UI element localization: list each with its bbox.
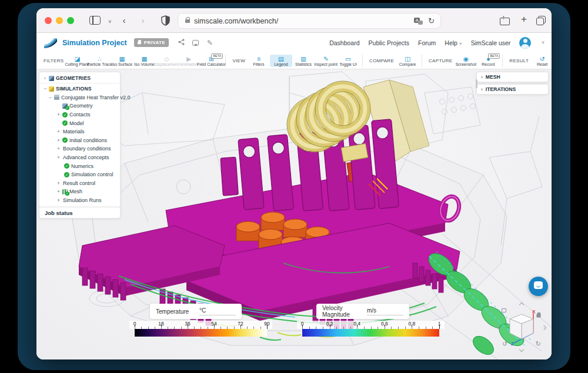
check-icon: [65, 191, 69, 196]
shield-icon[interactable]: [161, 15, 170, 26]
expand-icon[interactable]: +: [56, 129, 61, 135]
minimize-window-button[interactable]: [56, 17, 63, 24]
expand-icon[interactable]: +: [56, 146, 61, 152]
panel-drag-handle[interactable]: [476, 79, 477, 88]
rotate-left-icon[interactable]: [497, 325, 502, 330]
iso-volume-icon: ▩: [141, 55, 147, 62]
nav-dashboard[interactable]: Dashboard: [329, 39, 359, 46]
rotate-down-icon[interactable]: [519, 347, 524, 352]
browser-chrome: ˅ ‹ › simscale.com/workbench/ ↻ +: [36, 8, 552, 33]
translate-icon[interactable]: [414, 18, 423, 25]
close-window-button[interactable]: [45, 17, 52, 24]
project-title[interactable]: Simulation Project: [62, 39, 127, 47]
chevron-right-icon[interactable]: ›: [42, 75, 48, 81]
forward-icon[interactable]: ›: [136, 15, 149, 26]
collapse-icon[interactable]: −: [48, 95, 53, 100]
new-tab-icon[interactable]: +: [517, 14, 530, 25]
tree-item-simulations[interactable]: ›SIMULATIONS: [39, 85, 120, 93]
inspect-point-button[interactable]: ✎Inspect point: [315, 55, 337, 67]
x-axis-label: X: [532, 310, 536, 314]
screenshot-button[interactable]: ◉Screenshot: [455, 55, 477, 67]
velocity-unit-field[interactable]: m/s: [367, 307, 403, 315]
expand-icon[interactable]: +: [56, 154, 61, 160]
record-button[interactable]: BETA●Record: [477, 55, 499, 67]
check-icon: [62, 112, 68, 117]
share-page-icon[interactable]: [500, 15, 509, 25]
tree-item-numerics[interactable]: Numerics: [39, 162, 120, 170]
chevron-down-icon[interactable]: ›: [42, 86, 48, 92]
divider: [362, 55, 363, 67]
share-project-icon[interactable]: [177, 39, 185, 47]
group-label-filters: FILTERS: [44, 58, 64, 63]
nav-user[interactable]: SimScale user: [471, 39, 511, 46]
expand-icon[interactable]: +: [56, 112, 61, 117]
tree-item-initial-conditions[interactable]: +Initial conditions: [39, 136, 120, 145]
url-bar[interactable]: simscale.com/workbench/ ↻: [178, 13, 441, 29]
tree-item-simulation-control[interactable]: Simulation control: [39, 170, 120, 179]
reload-icon[interactable]: ↻: [428, 16, 435, 25]
compare-button[interactable]: ◫Compare: [396, 55, 419, 67]
tree-item-model[interactable]: Model: [39, 119, 120, 127]
mesh-panel-header[interactable]: ›MESH: [476, 72, 549, 82]
tree-item-geometries[interactable]: ›GEOMETRIES: [39, 74, 120, 83]
iso-surface-icon: ▦: [119, 55, 125, 62]
tree-item-materials[interactable]: +Materials: [39, 127, 120, 136]
expand-icon[interactable]: +: [56, 189, 61, 194]
tree-item-boundary-conditions[interactable]: +Boundary conditions: [39, 145, 120, 153]
rotate-up-icon[interactable]: [519, 303, 524, 307]
rotate-right-icon[interactable]: [542, 325, 546, 330]
edit-icon[interactable]: ✎: [206, 39, 214, 47]
iso-volume-button[interactable]: ▩Iso Volume: [133, 55, 155, 67]
tree-item-simulation-runs[interactable]: +Simulation Runs: [39, 196, 120, 205]
job-status-panel[interactable]: Job status: [39, 207, 121, 219]
reset-icon: ↺: [540, 55, 545, 62]
filters-button[interactable]: ≡Filters: [248, 55, 270, 67]
chevron-down-icon[interactable]: ˅: [542, 40, 544, 45]
chat-button[interactable]: [529, 277, 548, 296]
legend-button[interactable]: ▤Legend: [270, 55, 292, 67]
nav-help[interactable]: Help˅: [445, 39, 462, 46]
screenshot-icon: ◉: [463, 55, 469, 62]
reset-button[interactable]: ↺Reset: [531, 55, 552, 67]
navigation-cube[interactable]: ↺ ↻ X Y Z: [496, 303, 547, 352]
comments-icon[interactable]: [192, 40, 199, 46]
tree-item-advanced-concepts[interactable]: +Advanced concepts: [39, 153, 120, 162]
expand-icon[interactable]: +: [56, 197, 61, 203]
expand-icon[interactable]: +: [56, 180, 61, 186]
legend-icon: ▤: [278, 55, 284, 62]
sidebar-toggle-icon[interactable]: [89, 16, 101, 25]
expand-icon[interactable]: +: [56, 137, 61, 143]
nav-public-projects[interactable]: Public Projects: [369, 39, 409, 46]
iso-surface-button[interactable]: ▦Iso Surface: [111, 55, 133, 67]
tree-item-conjugate-heat-transfer[interactable]: −Conjugate Heat Transfer v2.0: [39, 93, 120, 102]
tree-item-contacts[interactable]: +Contacts: [39, 110, 120, 119]
nav-forum[interactable]: Forum: [418, 39, 436, 46]
divider: [502, 55, 503, 67]
tree-item-result-control[interactable]: +Result control: [39, 179, 120, 188]
chevron-down-icon[interactable]: ˅: [103, 16, 116, 28]
chevron-down-icon: ˅: [459, 41, 462, 46]
group-label-compare: COMPARE: [369, 58, 394, 63]
cutting-plane-button[interactable]: ◪Cutting Plane: [66, 55, 88, 67]
tree-item-geometry[interactable]: Geometry: [39, 102, 120, 110]
temperature-unit-field[interactable]: °C: [199, 307, 236, 315]
back-icon[interactable]: ‹: [118, 15, 131, 26]
field-calculator-button[interactable]: BETA⊞Field Calculator: [200, 55, 222, 67]
group-label-view: VIEW: [232, 58, 245, 63]
iterations-panel-header[interactable]: ›ITERATIONS: [476, 84, 549, 95]
avatar[interactable]: [519, 37, 531, 49]
zoom-window-button[interactable]: [67, 17, 74, 24]
temperature-ruler: 0 18 36 54 72 90: [129, 321, 272, 329]
tab-overview-icon[interactable]: [536, 16, 546, 25]
statistics-icon: ▥: [300, 55, 306, 62]
temperature-colorbar: [135, 329, 267, 337]
filters-icon: ≡: [257, 55, 260, 62]
group-label-capture: CAPTURE: [429, 58, 452, 63]
simscale-logo[interactable]: [44, 37, 58, 49]
displacement-button[interactable]: ◇Displacement: [155, 55, 178, 67]
orientation-cube[interactable]: X Y Z: [505, 310, 539, 346]
particle-trace-button[interactable]: ∴Particle Trace: [88, 55, 111, 67]
tree-item-mesh[interactable]: +Mesh: [39, 187, 120, 196]
toggle-ui-button[interactable]: ▭Toggle UI: [337, 55, 359, 67]
statistics-button[interactable]: ▥Statistics: [292, 55, 315, 67]
